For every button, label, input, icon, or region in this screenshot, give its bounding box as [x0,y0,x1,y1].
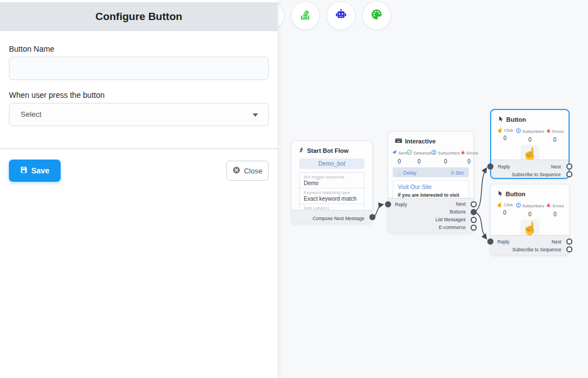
stat-errors: Errors 0 [544,202,566,217]
field-row: Keyword matching type Exact keyword matc… [300,188,364,203]
field-label: Keyword matching type [304,190,360,195]
user-circle-icon [516,202,521,209]
close-circle-icon [233,166,240,176]
stack-icon [299,8,312,23]
next-connector[interactable] [566,163,572,170]
configure-button-panel: Configure Button Button Name When user p… [0,0,278,378]
bug-icon [546,128,551,135]
field-value: Demo [304,180,360,186]
save-button[interactable]: Save [9,160,61,182]
bug-icon [546,202,551,209]
field-row: Bot trigger keywords Demo [300,173,364,188]
bot-name-chip[interactable]: Demo_bot [299,158,364,169]
output-label: Next [552,239,561,245]
runner-icon [298,147,304,155]
cursor-icon [497,190,503,198]
bot-flow-builder: Start Bot Flow Demo_bot Bot trigger keyw… [0,0,588,378]
toolbar-palette-button[interactable] [362,1,391,30]
panel-header: Configure Button [0,2,278,31]
click-icon: ☝ [497,128,503,133]
button-name-input[interactable] [9,57,269,80]
robot-icon [334,8,348,23]
output-label: Next [456,201,466,207]
subscribe-sequence-connector[interactable] [566,246,572,252]
subscribe-sequence-connector[interactable] [566,171,572,177]
stat-click: ☝ Click 0 [495,128,516,143]
toolbar-stack-button[interactable] [291,1,320,30]
next-connector[interactable] [471,201,477,207]
node-title: Start Bot Flow [307,147,349,154]
flow-canvas[interactable]: Start Bot Flow Demo_bot Bot trigger keyw… [278,0,588,378]
stat-sent: Sent 0 [392,150,407,165]
bug-icon [460,150,466,156]
field-label: Bot trigger keywords [304,175,360,180]
stat-subscribers: Subscribers 0 [516,128,545,143]
palette-icon [370,8,383,23]
start-node-footer: Compose Next Message [291,210,372,223]
close-label: Close [244,167,262,175]
ecommerce-connector[interactable] [471,225,477,231]
reply-connector[interactable] [487,163,493,170]
output-label: List Messages [436,217,466,222]
toolbar-robot-button[interactable] [327,1,355,30]
list-messages-connector[interactable] [471,217,477,223]
panel-title: Configure Button [95,11,182,23]
start-bot-flow-node[interactable]: Start Bot Flow Demo_bot Bot trigger keyw… [291,141,373,224]
output-label: Buttons [449,209,466,215]
button-node[interactable]: Button ☝ Click 0 [490,184,570,256]
output-label: Next [551,164,561,170]
stat-subscribers: Subscribers 0 [516,202,545,217]
stat-errors: Errors 0 [544,128,565,143]
output-connector[interactable] [369,214,375,220]
next-connector[interactable] [566,238,572,245]
output-label: E-commerce [439,225,466,230]
stats-row: ☝ Click 0 Subscribe [494,202,566,217]
input-label: Reply [395,202,407,207]
field-value: Exact keyword match [304,196,360,202]
node-title: Button [506,191,525,197]
stat-errors: Errors 0 [460,150,478,165]
divider [0,148,278,149]
press-button-label: When user press the button [9,91,105,100]
keyboard-icon [395,137,402,145]
stat-delivered: Delivered 0 [407,150,431,165]
stats-row: Sent 0 Delivered 0 [392,150,470,165]
cursor-icon [498,116,503,123]
delay-value: 0 Sec [451,170,465,176]
save-label: Save [31,166,50,175]
stat-click: ☝ Click 0 [494,202,516,217]
message-title: Visit Our Site [398,183,464,190]
click-icon: ☝ [497,202,503,207]
send-icon [392,150,397,156]
action-select[interactable]: Select [9,103,269,126]
check-circle-icon [407,150,412,156]
close-button[interactable]: Close [226,161,269,181]
output-label: Compose Next Message [313,216,364,221]
node-title: Interactive [405,138,436,145]
buttons-connector[interactable] [471,209,477,215]
output-label: Subscribe to Sequence [512,247,561,252]
user-circle-icon [516,128,521,135]
output-label: Subscribe to Sequence [512,172,561,177]
reply-connector[interactable] [487,238,493,245]
chevron-down-icon [253,113,258,117]
interactive-node[interactable]: Interactive Sent 0 [388,131,474,233]
select-value: Select [21,110,42,118]
button-node-selected[interactable]: Button ☝ Click 0 [490,109,570,179]
delay-bar[interactable]: ... Delay 0 Sec [393,167,469,177]
button-name-label: Button Name [9,44,55,53]
stats-row: ☝ Click 0 Subscribe [495,128,565,143]
input-label: Reply [497,239,510,245]
user-circle-icon [431,150,437,156]
delay-label: ... Delay [397,170,417,176]
input-label: Reply [498,164,510,170]
reply-connector[interactable] [385,201,391,207]
stat-subscribers: Subscribers 0 [431,150,460,165]
node-title: Button [506,116,526,123]
save-icon [20,166,27,175]
